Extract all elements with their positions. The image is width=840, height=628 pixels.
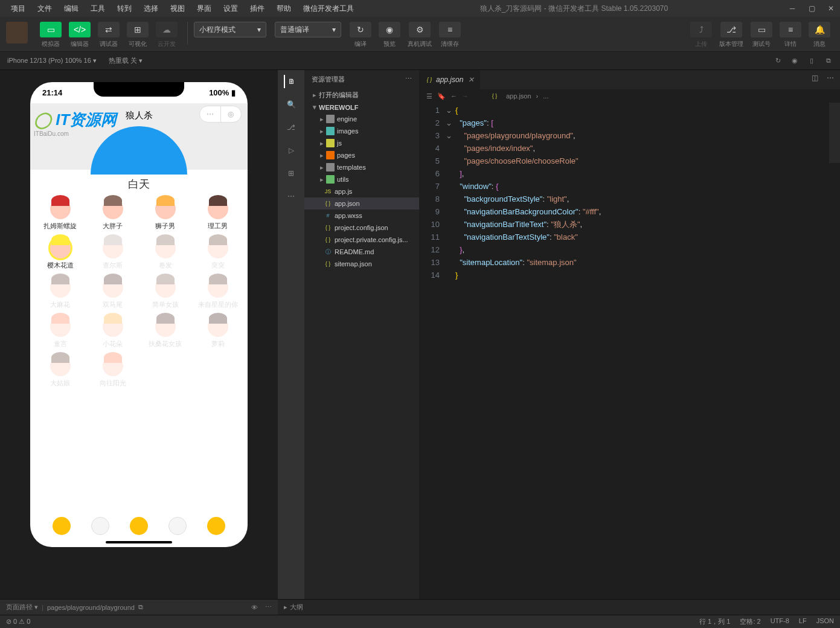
git-icon[interactable]: ⎇ xyxy=(284,121,298,134)
role-萝莉[interactable]: 萝莉 xyxy=(193,316,243,348)
menu-界面[interactable]: 界面 xyxy=(191,1,217,16)
capsule-close-icon[interactable]: ◎ xyxy=(221,106,242,122)
role-扶桑花女孩[interactable]: 扶桑花女孩 xyxy=(140,316,190,348)
capsule-menu[interactable]: ⋯ ◎ xyxy=(199,106,242,123)
refresh-icon[interactable]: ↻ xyxy=(774,57,782,65)
language-status[interactable]: JSON xyxy=(816,617,834,626)
more-icon[interactable]: ⋯ xyxy=(284,190,298,203)
open-editors-section[interactable]: ▸打开的编辑器 xyxy=(304,89,419,101)
device-icon[interactable]: ▯ xyxy=(807,57,816,65)
role-理工男[interactable]: 理工男 xyxy=(193,199,243,231)
path-more-icon[interactable]: ⋯ xyxy=(265,603,272,611)
menu-编辑[interactable]: 编辑 xyxy=(58,1,85,16)
popout-icon[interactable]: ⧉ xyxy=(824,57,833,65)
capsule-more-icon[interactable]: ⋯ xyxy=(200,106,220,122)
notifications-button[interactable]: 🔔 xyxy=(809,22,830,37)
maximize-button[interactable]: ▢ xyxy=(807,4,816,13)
indent-status[interactable]: 空格: 2 xyxy=(740,617,760,626)
copy-path-icon[interactable]: ⧉ xyxy=(138,603,143,611)
role-狮子男[interactable]: 狮子男 xyxy=(140,199,190,231)
menu-微信开发者工具[interactable]: 微信开发者工具 xyxy=(297,1,360,16)
file-app.json[interactable]: { }app.json xyxy=(304,197,419,210)
clear-cache-button[interactable]: ≡ xyxy=(439,22,461,37)
compile-button[interactable]: ↻ xyxy=(350,22,371,37)
folder-utils[interactable]: ▸utils xyxy=(304,173,419,185)
file-sitemap.json[interactable]: { }sitemap.json xyxy=(304,258,419,270)
file-README.md[interactable]: ⓘREADME.md xyxy=(304,246,419,258)
compile-mode-dropdown[interactable]: 普通编译▾ xyxy=(275,22,341,37)
editor-toggle[interactable]: </> xyxy=(69,22,91,37)
role-扎姆斯螺旋[interactable]: 扎姆斯螺旋 xyxy=(35,199,85,231)
eol-status[interactable]: LF xyxy=(799,617,807,626)
role-简单女孩[interactable]: 简单女孩 xyxy=(140,277,190,309)
nav-back-icon[interactable]: ← xyxy=(450,92,457,100)
program-mode-dropdown[interactable]: 小程序模式▾ xyxy=(194,22,266,37)
debugger-toggle[interactable]: ⇄ xyxy=(98,22,120,37)
role-双马尾[interactable]: 双马尾 xyxy=(88,277,138,309)
close-button[interactable]: ✕ xyxy=(827,4,835,13)
role-童言[interactable]: 童言 xyxy=(35,316,85,348)
cursor-position[interactable]: 行 1，列 1 xyxy=(699,617,730,626)
file-project.private.config.js...[interactable]: { }project.private.config.js... xyxy=(304,234,419,246)
project-root[interactable]: ▾WEREWOLF xyxy=(304,101,419,113)
preview-button[interactable]: ◉ xyxy=(379,22,400,37)
version-mgmt-button[interactable]: ⎇ xyxy=(720,22,742,37)
file-app.wxss[interactable]: #app.wxss xyxy=(304,210,419,222)
minimize-button[interactable]: ─ xyxy=(788,4,797,13)
menu-设置[interactable]: 设置 xyxy=(217,1,244,16)
menu-转到[interactable]: 转到 xyxy=(111,1,138,16)
list-icon[interactable]: ☰ xyxy=(426,92,432,100)
breadcrumb[interactable]: ☰ 🔖 ← → { }app.json ›... xyxy=(419,89,840,103)
close-tab-icon[interactable]: ✕ xyxy=(468,75,474,84)
device-selector[interactable]: iPhone 12/13 (Pro) 100% 16 ▾ xyxy=(7,57,97,65)
nav-forward-icon[interactable]: → xyxy=(462,92,469,100)
explorer-icon[interactable]: 🗎 xyxy=(284,75,297,88)
explorer-more-icon[interactable]: ⋯ xyxy=(405,75,412,84)
upload-button[interactable]: ⤴ xyxy=(690,22,712,37)
folder-templates[interactable]: ▸templates xyxy=(304,161,419,173)
cloud-dev-button[interactable]: ☁ xyxy=(156,22,178,37)
editor-more-icon[interactable]: ⋯ xyxy=(827,74,834,82)
extensions-icon[interactable]: ⊞ xyxy=(284,167,298,180)
folder-images[interactable]: ▸images xyxy=(304,125,419,137)
folder-js[interactable]: ▸js xyxy=(304,137,419,149)
hot-reload-toggle[interactable]: 热重载 关 ▾ xyxy=(109,56,143,65)
folder-pages[interactable]: ▸pages xyxy=(304,149,419,161)
debug-icon[interactable]: ▷ xyxy=(284,144,298,157)
split-editor-icon[interactable]: ◫ xyxy=(812,74,818,82)
remote-debug-button[interactable]: ⚙ xyxy=(409,22,431,37)
record-icon[interactable]: ◉ xyxy=(790,57,799,65)
user-avatar[interactable] xyxy=(6,22,28,43)
encoding-status[interactable]: UTF-8 xyxy=(771,617,789,626)
menu-项目[interactable]: 项目 xyxy=(5,1,31,16)
tab-app-json[interactable]: { } app.json ✕ xyxy=(419,70,481,89)
visualizer-toggle[interactable]: ⊞ xyxy=(127,22,149,37)
menu-插件[interactable]: 插件 xyxy=(244,1,271,16)
role-向往阳光[interactable]: 向往阳光 xyxy=(88,356,138,388)
role-小花朵[interactable]: 小花朵 xyxy=(88,316,138,348)
details-button[interactable]: ≡ xyxy=(780,22,801,37)
test-account-button[interactable]: ▭ xyxy=(751,22,772,37)
menu-帮助[interactable]: 帮助 xyxy=(271,1,297,16)
folder-engine[interactable]: ▸engine xyxy=(304,113,419,125)
role-樱木花道[interactable]: 樱木花道 xyxy=(35,238,85,270)
role-大麻花[interactable]: 大麻花 xyxy=(35,277,85,309)
file-app.js[interactable]: JSapp.js xyxy=(304,185,419,197)
minimap[interactable] xyxy=(829,103,840,626)
menu-选择[interactable]: 选择 xyxy=(138,1,164,16)
role-卷发[interactable]: 卷发 xyxy=(140,238,190,270)
eye-icon[interactable]: 👁 xyxy=(251,604,258,611)
menu-文件[interactable]: 文件 xyxy=(31,1,58,16)
code-area[interactable]: 1234567891011121314 ⌄⌄⌄ { "pages": [ "pa… xyxy=(419,103,840,626)
role-大胖子[interactable]: 大胖子 xyxy=(88,199,138,231)
role-查尔斯[interactable]: 查尔斯 xyxy=(88,238,138,270)
role-来自星星的你[interactable]: 来自星星的你 xyxy=(193,277,243,309)
menu-工具[interactable]: 工具 xyxy=(85,1,111,16)
role-大姑娘[interactable]: 大姑娘 xyxy=(35,356,85,388)
file-project.config.json[interactable]: { }project.config.json xyxy=(304,222,419,234)
search-icon[interactable]: 🔍 xyxy=(284,98,298,111)
bookmark-icon[interactable]: 🔖 xyxy=(437,92,446,100)
role-突突[interactable]: 突突 xyxy=(193,238,243,270)
problems-status[interactable]: ⊘ 0 ⚠ 0 xyxy=(6,618,30,626)
menu-视图[interactable]: 视图 xyxy=(164,1,191,16)
